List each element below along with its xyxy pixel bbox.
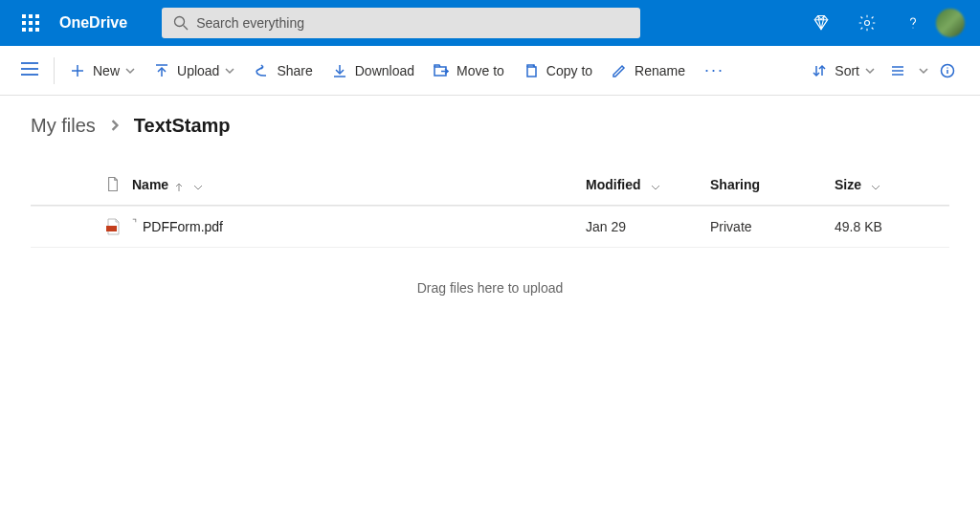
svg-rect-29 (527, 67, 536, 77)
table-header: Name Modified Sharing Size (31, 164, 949, 206)
chevron-right-icon (109, 118, 121, 135)
moveto-label: Move to (457, 63, 504, 78)
sort-ascending-icon (174, 180, 184, 189)
copyto-button[interactable]: Copy to (514, 55, 602, 86)
copyto-icon (523, 63, 539, 78)
share-icon (254, 63, 269, 78)
upload-icon (154, 63, 169, 78)
chevron-down-icon (871, 180, 880, 189)
file-name[interactable]: PDFForm.pdf (143, 219, 223, 234)
command-bar: New Upload Share Download Move to Copy t… (0, 46, 980, 96)
copyto-label: Copy to (546, 63, 592, 78)
chevron-down-icon (125, 66, 135, 76)
rename-icon (612, 63, 627, 78)
app-launcher-icon[interactable] (8, 0, 54, 46)
chevron-down-icon (919, 66, 928, 76)
breadcrumb-current: TextStamp (134, 115, 231, 137)
download-label: Download (355, 63, 414, 78)
moveto-button[interactable]: Move to (424, 55, 514, 86)
content-area: My files TextStamp Name Modified Sharing (0, 96, 980, 528)
svg-rect-39 (106, 226, 117, 231)
help-icon[interactable] (890, 0, 936, 46)
list-view-icon (890, 63, 905, 78)
rename-button[interactable]: Rename (602, 55, 695, 86)
new-indicator-icon: ⌝ (132, 217, 137, 230)
svg-point-37 (947, 67, 947, 68)
header-bar: OneDrive Search everything (0, 0, 980, 46)
svg-rect-0 (22, 14, 26, 18)
file-size: 49.8 KB (835, 219, 949, 234)
chevron-down-icon (225, 66, 234, 76)
column-modified[interactable]: Modified (586, 177, 710, 192)
new-label: New (93, 63, 120, 78)
premium-icon[interactable] (798, 0, 844, 46)
svg-line-10 (184, 26, 189, 31)
breadcrumb: My files TextStamp (31, 115, 949, 137)
sort-icon (812, 63, 827, 78)
info-button[interactable] (934, 55, 969, 86)
settings-icon[interactable] (844, 0, 890, 46)
column-name[interactable]: Name (132, 177, 586, 192)
svg-rect-7 (29, 28, 33, 32)
file-type-column-icon[interactable] (94, 176, 132, 192)
file-table: Name Modified Sharing Size ⌝ (31, 164, 949, 248)
menu-toggle-icon[interactable] (11, 61, 48, 80)
info-icon (940, 63, 955, 78)
upload-label: Upload (177, 63, 219, 78)
sort-label: Sort (835, 63, 859, 78)
svg-point-17 (913, 28, 914, 29)
svg-point-16 (865, 21, 870, 26)
search-icon (173, 15, 189, 31)
upload-button[interactable]: Upload (145, 55, 244, 86)
chevron-down-icon (193, 180, 203, 189)
svg-rect-1 (29, 14, 33, 18)
share-label: Share (277, 63, 312, 78)
divider (54, 57, 55, 84)
rename-label: Rename (635, 63, 685, 78)
svg-point-9 (175, 17, 185, 27)
svg-rect-4 (29, 21, 33, 25)
svg-rect-3 (22, 21, 26, 25)
svg-rect-2 (35, 14, 39, 18)
more-actions-button[interactable]: ··· (695, 60, 734, 80)
search-placeholder: Search everything (196, 15, 304, 31)
column-sharing[interactable]: Sharing (710, 177, 835, 192)
search-input[interactable]: Search everything (162, 8, 640, 38)
chevron-down-icon (865, 66, 875, 76)
file-sharing: Private (710, 219, 835, 234)
pdf-file-icon (94, 218, 132, 235)
share-button[interactable]: Share (244, 55, 322, 86)
sort-button[interactable]: Sort (802, 55, 884, 86)
plus-icon (70, 63, 85, 78)
view-options-button[interactable] (884, 55, 934, 86)
svg-rect-8 (35, 28, 39, 32)
file-modified: Jan 29 (586, 219, 710, 234)
drag-hint: Drag files here to upload (31, 248, 949, 328)
chevron-down-icon (651, 180, 660, 189)
brand-label[interactable]: OneDrive (59, 14, 127, 32)
new-button[interactable]: New (60, 55, 145, 86)
download-button[interactable]: Download (323, 55, 424, 86)
svg-rect-6 (22, 28, 26, 32)
svg-rect-5 (35, 21, 39, 25)
moveto-icon (434, 63, 449, 78)
column-size[interactable]: Size (835, 177, 949, 192)
table-row[interactable]: ⌝ PDFForm.pdf Jan 29 Private 49.8 KB (31, 206, 949, 248)
account-avatar[interactable] (936, 9, 965, 37)
download-icon (332, 63, 347, 78)
breadcrumb-parent[interactable]: My files (31, 115, 96, 137)
